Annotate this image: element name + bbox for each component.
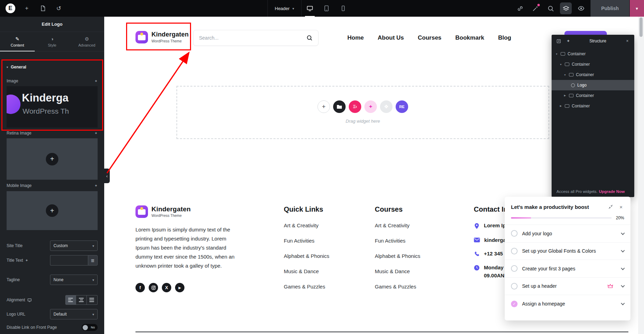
dynamic-tags-button[interactable]: ≣ bbox=[88, 255, 98, 266]
tree-row-container[interactable]: ▼ Container bbox=[552, 49, 634, 59]
site-header-logo[interactable]: Kindergaten WordPress Theme bbox=[135, 31, 189, 43]
logo-image-preview[interactable]: Kinderga WordPress Th bbox=[7, 86, 98, 128]
close-structure-button[interactable]: × bbox=[624, 38, 631, 44]
document-switcher[interactable]: Header ▾ bbox=[268, 0, 301, 17]
add-element-button[interactable]: + bbox=[22, 4, 31, 13]
ai-sparkle-button[interactable]: ✦ bbox=[565, 38, 572, 44]
checklist-item-header[interactable]: Set up a header bbox=[505, 278, 630, 295]
disable-link-toggle[interactable]: No bbox=[82, 324, 98, 331]
nav-link-blog[interactable]: Blog bbox=[498, 34, 511, 41]
ai-sparkle-icon[interactable]: ✦ bbox=[25, 258, 28, 263]
elementskit-button[interactable]: Ξ‹ bbox=[349, 100, 361, 113]
royal-elementor-button[interactable]: RE bbox=[396, 100, 408, 113]
structure-panel-button[interactable] bbox=[560, 2, 572, 14]
caret-right-icon[interactable]: ▶ bbox=[563, 94, 567, 97]
align-left-button[interactable] bbox=[65, 295, 76, 305]
unchecked-circle-icon bbox=[511, 230, 518, 237]
close-checklist-button[interactable]: × bbox=[618, 204, 624, 210]
preview-button[interactable] bbox=[575, 2, 587, 14]
tree-row-container[interactable]: ▶ Container bbox=[552, 101, 634, 111]
chevron-down-icon[interactable] bbox=[621, 284, 625, 287]
checklist-item-fonts[interactable]: Set up your Global Fonts & Colors bbox=[505, 243, 630, 260]
section-general[interactable]: ▾ General bbox=[7, 65, 26, 70]
ai-builder-button[interactable]: ✦ bbox=[364, 100, 377, 113]
footer-link[interactable]: Games & Puzzles bbox=[375, 284, 420, 290]
chevron-down-icon[interactable] bbox=[621, 266, 625, 270]
tab-advanced[interactable]: ⚙ Advanced bbox=[69, 32, 104, 51]
tree-row-container[interactable]: ▼ Container bbox=[552, 70, 634, 80]
site-title-select[interactable]: Custom ▾ bbox=[50, 241, 98, 251]
instagram-icon[interactable] bbox=[149, 283, 158, 292]
footer-link[interactable]: Music & Dance bbox=[375, 268, 420, 274]
chevron-down-icon[interactable] bbox=[621, 301, 625, 305]
tree-row-container[interactable]: ▼ Container bbox=[552, 59, 634, 70]
responsive-monitor-icon[interactable] bbox=[27, 298, 32, 302]
youtube-icon[interactable]: ▶ bbox=[175, 283, 184, 292]
nav-link-courses[interactable]: Courses bbox=[418, 34, 441, 41]
caret-right-icon[interactable]: ▶ bbox=[559, 105, 562, 107]
scrollbar-thumb[interactable] bbox=[639, 17, 643, 37]
nav-link-bookmark[interactable]: Bookmark bbox=[455, 34, 484, 41]
add-image-button[interactable]: + bbox=[46, 153, 58, 165]
search-icon[interactable] bbox=[306, 35, 313, 41]
device-desktop-button[interactable] bbox=[302, 0, 318, 17]
footer-link[interactable]: Art & Creativity bbox=[284, 222, 329, 228]
align-right-button[interactable] bbox=[87, 295, 98, 305]
ai-sparkle-icon[interactable]: ✦ bbox=[94, 79, 98, 83]
publish-button[interactable]: Publish bbox=[591, 0, 629, 17]
x-social-icon[interactable]: X bbox=[162, 283, 171, 292]
checklist-item-pages[interactable]: Create your first 3 pages bbox=[505, 260, 630, 278]
site-search-bar[interactable] bbox=[193, 30, 319, 46]
ai-assistant-button[interactable] bbox=[529, 2, 541, 14]
publish-options-button[interactable]: ▾ bbox=[630, 0, 644, 17]
footer-link[interactable]: Fun Activities bbox=[375, 238, 420, 244]
nav-link-home[interactable]: Home bbox=[347, 34, 364, 41]
ai-sparkle-icon[interactable]: ✦ bbox=[94, 131, 98, 136]
add-section-button[interactable]: + bbox=[317, 100, 330, 113]
search-input[interactable] bbox=[199, 35, 306, 41]
chevron-down-icon[interactable] bbox=[621, 231, 625, 235]
facebook-icon[interactable]: f bbox=[135, 283, 145, 292]
title-text-input[interactable] bbox=[50, 255, 88, 266]
template-library-button[interactable] bbox=[333, 100, 346, 113]
mobile-image-uploader[interactable]: + bbox=[7, 191, 98, 230]
tab-content[interactable]: ✎ Content bbox=[0, 32, 35, 51]
upgrade-now-link[interactable]: Upgrade Now bbox=[599, 189, 625, 194]
history-button[interactable]: ↺ bbox=[54, 4, 63, 13]
add-image-button[interactable]: + bbox=[46, 204, 58, 217]
popout-button[interactable] bbox=[555, 38, 562, 44]
device-tablet-button[interactable] bbox=[318, 0, 335, 17]
retina-image-uploader[interactable]: + bbox=[7, 138, 98, 180]
minimize-checklist-button[interactable] bbox=[608, 204, 614, 210]
panel-collapse-handle[interactable]: ‹ bbox=[104, 169, 110, 183]
align-center-button[interactable] bbox=[76, 295, 87, 305]
copy-link-button[interactable] bbox=[514, 2, 526, 14]
footer-link[interactable]: Music & Dance bbox=[284, 268, 329, 274]
footer-link[interactable]: Fun Activities bbox=[284, 238, 329, 244]
footer-link[interactable]: Art & Creativity bbox=[375, 222, 420, 228]
vertical-scrollbar[interactable] bbox=[638, 17, 644, 334]
grid-template-button[interactable]: ❖ bbox=[380, 100, 393, 113]
finder-search-button[interactable] bbox=[545, 2, 556, 14]
chevron-down-icon[interactable] bbox=[621, 249, 625, 252]
footer-link[interactable]: Alphabet & Phonics bbox=[284, 253, 329, 259]
footer-link[interactable]: Games & Puzzles bbox=[284, 284, 329, 290]
caret-down-icon[interactable]: ▼ bbox=[559, 63, 562, 66]
logo-url-select[interactable]: Default ▾ bbox=[50, 309, 98, 319]
ai-sparkle-icon[interactable]: ✦ bbox=[94, 184, 98, 188]
elementor-logo[interactable]: E bbox=[6, 3, 15, 13]
footer-logo[interactable]: Kindergaten WordPress Theme bbox=[135, 205, 191, 218]
caret-down-icon[interactable]: ▼ bbox=[555, 53, 558, 55]
tagline-select[interactable]: None ▾ bbox=[50, 275, 98, 285]
tab-style[interactable]: ◑ Style bbox=[35, 32, 69, 51]
checklist-item-homepage[interactable]: ✓ Assign a homepage bbox=[505, 295, 630, 313]
tree-row-container[interactable]: ▶ Container bbox=[552, 90, 634, 101]
page-settings-button[interactable] bbox=[38, 4, 47, 13]
caret-down-icon[interactable]: ▼ bbox=[563, 74, 567, 76]
footer-link[interactable]: Alphabet & Phonics bbox=[375, 253, 420, 259]
tree-row-logo-selected[interactable]: Logo bbox=[552, 80, 634, 90]
checklist-item-logo[interactable]: Add your logo bbox=[505, 225, 630, 243]
nav-link-about[interactable]: About Us bbox=[378, 34, 404, 41]
device-mobile-button[interactable] bbox=[335, 0, 352, 17]
widget-dropzone[interactable]: + Ξ‹ ✦ ❖ RE Drag widget here bbox=[176, 86, 549, 139]
